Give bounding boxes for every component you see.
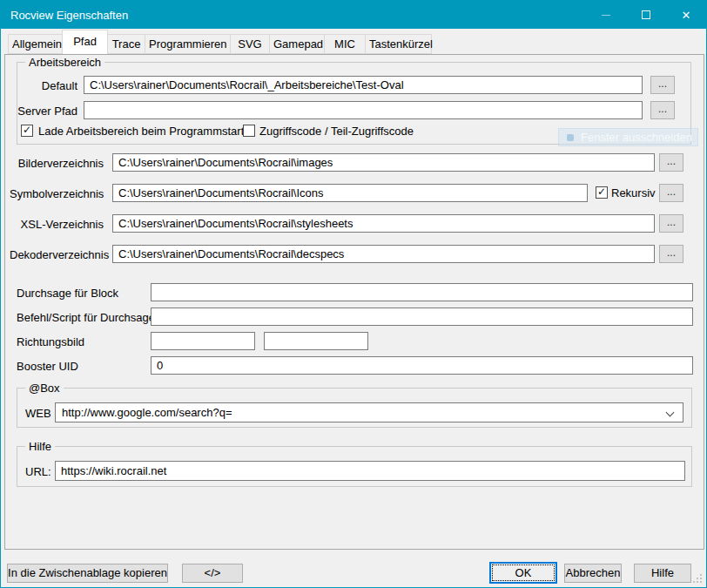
- help-button[interactable]: Hilfe: [634, 564, 691, 583]
- dekoder-browse-button[interactable]: ...: [659, 245, 683, 263]
- xsl-verzeichnis-input[interactable]: [112, 214, 655, 233]
- url-label: URL:: [25, 465, 51, 478]
- symbolverzeichnis-browse-button[interactable]: ...: [659, 184, 683, 202]
- tab-svg[interactable]: SVG: [230, 34, 270, 54]
- tab-programmieren[interactable]: Programmieren: [145, 34, 231, 54]
- default-label: Default: [17, 79, 77, 92]
- window-title: Rocview Eigenschaften: [1, 9, 128, 22]
- symbolverzeichnis-input[interactable]: [112, 184, 588, 202]
- richtungsbild-input-2[interactable]: [264, 332, 368, 350]
- hilfe-legend: Hilfe: [25, 440, 55, 453]
- server-pfad-label: Server Pfad: [17, 105, 77, 118]
- tab-tastenkuerzel[interactable]: Tastenkürzel: [365, 34, 432, 54]
- booster-uid-input[interactable]: [151, 356, 693, 375]
- bilderverzeichnis-input[interactable]: [112, 153, 655, 172]
- lade-arbeitsbereich-checkbox[interactable]: ✓: [21, 125, 33, 137]
- arbeitsbereich-legend: Arbeitsbereich: [25, 56, 104, 69]
- tab-trace[interactable]: Trace: [107, 34, 145, 54]
- url-input[interactable]: [55, 461, 685, 481]
- default-path-input[interactable]: [84, 76, 643, 94]
- rocview-properties-dialog: Rocview Eigenschaften ✕ Allgemein Pfad T…: [0, 0, 707, 588]
- snip-ghost-label: Fenster ausschneiden: [581, 131, 692, 144]
- befehl-script-label: Befehl/Script für Durchsage: [17, 311, 155, 324]
- durchsage-block-input[interactable]: [151, 283, 693, 301]
- booster-uid-label: Booster UID: [17, 360, 78, 373]
- snip-notification-ghost: Fenster ausschneiden: [558, 128, 698, 146]
- dekoderverzeichnis-label: Dekoderverzeichnis: [10, 248, 104, 261]
- bilderverzeichnis-browse-button[interactable]: ...: [659, 153, 683, 172]
- tab-allgemein[interactable]: Allgemein: [8, 34, 63, 54]
- symbolverzeichnis-label: Symbolverzeichnis: [10, 187, 104, 200]
- cancel-button[interactable]: Abbrechen: [564, 564, 622, 583]
- zugriffscode-label: Zugriffscode / Teil-Zugriffscode: [259, 125, 414, 138]
- richtungsbild-input-1[interactable]: [151, 332, 255, 350]
- tab-gamepad[interactable]: Gamepad: [269, 34, 325, 54]
- maximize-button[interactable]: [626, 1, 666, 29]
- minimize-icon: [602, 15, 610, 16]
- atbox-legend: @Box: [25, 382, 64, 395]
- server-pfad-input[interactable]: [84, 101, 643, 119]
- rekursiv-checkbox[interactable]: ✓: [596, 186, 608, 199]
- zugriffscode-checkbox[interactable]: [243, 125, 255, 137]
- tab-mic[interactable]: MIC: [324, 34, 366, 54]
- web-combobox[interactable]: http://www.google.com/search?q=: [55, 402, 683, 422]
- xsl-browse-button[interactable]: ...: [659, 214, 683, 233]
- bilderverzeichnis-label: Bilderverzeichnis: [10, 157, 104, 170]
- code-view-button[interactable]: </>: [182, 564, 243, 583]
- tab-bar: Allgemein Pfad Trace Programmieren SVG G…: [8, 30, 432, 54]
- dekoderverzeichnis-input[interactable]: [112, 245, 655, 263]
- window-controls: ✕: [586, 1, 706, 29]
- checkmark-icon: ✓: [597, 186, 606, 197]
- resize-grip[interactable]: [692, 573, 703, 584]
- server-browse-button[interactable]: ...: [650, 101, 675, 119]
- default-browse-button[interactable]: ...: [650, 76, 675, 94]
- close-button[interactable]: ✕: [666, 1, 706, 29]
- tab-pfad[interactable]: Pfad: [62, 30, 108, 54]
- rekursiv-label: Rekursiv: [611, 186, 656, 199]
- richtungsbild-label: Richtungsbild: [17, 335, 84, 348]
- close-icon: ✕: [682, 10, 691, 21]
- minimize-button[interactable]: [586, 1, 626, 29]
- maximize-icon: [642, 10, 650, 19]
- befehl-script-input[interactable]: [151, 308, 693, 326]
- web-combobox-value: http://www.google.com/search?q=: [62, 406, 232, 419]
- checkmark-icon: ✓: [23, 125, 31, 135]
- ok-button[interactable]: OK: [489, 562, 557, 584]
- title-bar[interactable]: Rocview Eigenschaften ✕: [1, 1, 706, 29]
- xsl-verzeichnis-label: XSL-Verzeichnis: [10, 218, 104, 231]
- web-label: WEB: [25, 407, 51, 420]
- durchsage-block-label: Durchsage für Block: [17, 287, 118, 300]
- lade-arbeitsbereich-label: Lade Arbeitsbereich beim Programmstart: [38, 125, 244, 138]
- chevron-down-icon[interactable]: [666, 409, 675, 417]
- copy-to-clipboard-button[interactable]: In die Zwischenablage kopieren: [7, 564, 168, 583]
- snip-icon: [567, 134, 574, 141]
